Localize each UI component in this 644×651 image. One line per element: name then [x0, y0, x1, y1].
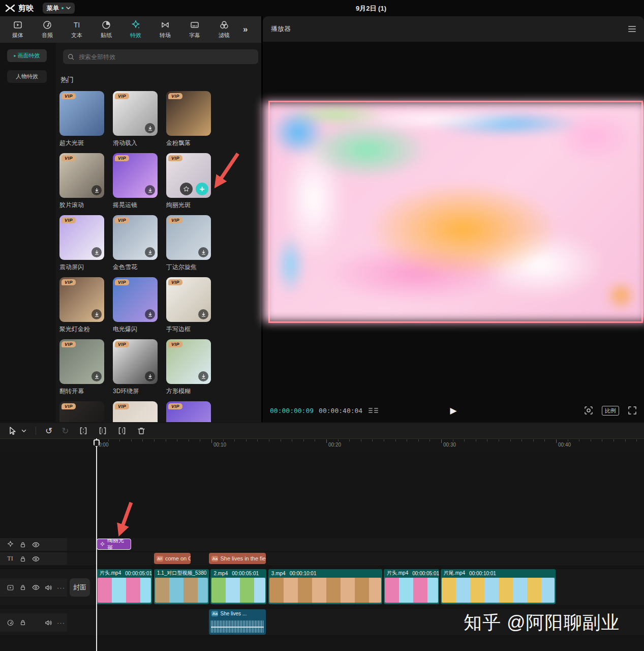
search-bar[interactable] [63, 49, 258, 64]
effect-card[interactable]: VIP金粉飘落 [166, 91, 211, 147]
tab-sticker[interactable]: 贴纸 [91, 17, 121, 42]
more-tabs-button[interactable]: » [243, 24, 248, 35]
ruler-tick [200, 439, 200, 441]
effect-card[interactable]: VIP摇晃运镜 [113, 153, 158, 210]
video-clip[interactable]: 3.mp400:00:10:01 [268, 569, 382, 604]
preview-frame[interactable] [268, 101, 643, 323]
text-clip-icon: Aa [211, 556, 218, 561]
effect-clip[interactable]: 绚丽光斑 [97, 539, 131, 550]
audio-clip[interactable]: AaShe lives ... [209, 609, 266, 635]
focus-icon[interactable] [584, 406, 593, 415]
hamburger-icon[interactable] [628, 26, 636, 32]
redo-button[interactable]: ↻ [62, 427, 69, 435]
video-clip-header: 片头.mp400:00:05:01 [97, 569, 152, 577]
effect-card[interactable]: VIP胶片滚动 [59, 153, 104, 210]
effect-card[interactable]: VIP丁达尔旋焦 [166, 215, 211, 272]
video-clip-duration: 00:00:05:01 [412, 571, 439, 576]
ruler-tick [315, 439, 315, 441]
tab-transition[interactable]: 转场 [150, 17, 180, 42]
video-clip[interactable]: 2.mp400:00:05:01 [210, 569, 266, 604]
delete-icon[interactable] [136, 426, 146, 436]
tab-media[interactable]: 媒体 [3, 17, 33, 42]
video-clip-duration: 00:00:05:01 [125, 571, 152, 576]
effect-card[interactable]: VIP金色雪花 [113, 215, 158, 272]
ruler-tick [384, 439, 384, 441]
download-icon[interactable] [91, 247, 102, 257]
effect-thumbnail: VIP [166, 91, 211, 136]
video-clip[interactable]: 片头.mp400:00:05:01 [97, 569, 152, 604]
add-effect-button[interactable]: + [196, 183, 208, 195]
vip-badge: VIP [62, 403, 76, 409]
download-icon[interactable] [145, 247, 155, 257]
effect-card[interactable]: VIP翻转开幕 [59, 339, 104, 396]
tab-effects[interactable]: 特效 [121, 17, 150, 42]
logo-icon [5, 4, 15, 12]
download-icon[interactable] [198, 309, 208, 319]
download-icon[interactable] [198, 371, 208, 381]
effect-thumbnail: VIP [113, 215, 158, 260]
text-clip[interactable]: A≡come on C [154, 553, 191, 564]
effect-card[interactable]: VIP聚光灯金粉 [59, 277, 104, 334]
playhead[interactable] [96, 438, 97, 651]
video-clip[interactable]: 片头.mp400:00:05:01 [384, 569, 439, 604]
ruler-tick [349, 439, 350, 441]
download-icon[interactable] [198, 247, 208, 257]
download-icon[interactable] [145, 123, 155, 133]
effect-card[interactable]: VIP3D环绕屏 [113, 339, 158, 396]
download-icon[interactable] [91, 309, 102, 319]
category-screen-effects[interactable]: ▸ 画面特效 [7, 49, 47, 62]
split-right-icon[interactable] [117, 426, 127, 436]
download-icon[interactable] [91, 371, 102, 381]
effect-thumbnail: VIP [59, 153, 104, 198]
video-clip-header: 2.mp400:00:05:01 [210, 569, 266, 577]
text-clip[interactable]: AaShe lives in the fiel [209, 553, 266, 564]
split-left-icon[interactable] [98, 426, 108, 436]
download-icon[interactable] [91, 185, 102, 195]
chevron-down-icon[interactable] [21, 429, 26, 433]
effect-name: 3D环绕屏 [113, 387, 158, 396]
ruler-tick [361, 439, 361, 441]
download-icon[interactable] [145, 185, 155, 195]
ruler-tick [108, 439, 109, 441]
tab-text[interactable]: TI 文本 [62, 17, 91, 42]
effect-card[interactable]: VIP震动屏闪 [59, 215, 104, 272]
effect-card[interactable]: VIP手写边框 [166, 277, 211, 334]
effect-thumbnail: VIP [59, 91, 104, 136]
vip-badge: VIP [168, 155, 182, 161]
effect-card[interactable]: VIP [113, 401, 158, 422]
ruler-tick [556, 439, 557, 443]
effect-name: 金粉飘落 [166, 139, 211, 147]
download-icon[interactable] [145, 309, 155, 319]
tab-filter[interactable]: 滤镜 [209, 17, 239, 42]
menu-button[interactable]: 菜单 [43, 3, 75, 14]
effect-card[interactable]: VIP+绚丽光斑 [166, 153, 211, 210]
ruler-tick [119, 439, 120, 441]
video-clip-name: 2.mp4 [213, 571, 228, 576]
video-clip[interactable]: 1.1_对口型视频_5380 [154, 569, 209, 604]
tab-subtitle[interactable]: 字幕 [180, 17, 209, 42]
fullscreen-icon[interactable] [628, 406, 637, 415]
effect-card[interactable]: VIP方形模糊 [166, 339, 211, 396]
vip-badge: VIP [115, 217, 129, 223]
ruler-tick [591, 439, 591, 441]
effect-clip-label: 绚丽光斑 [107, 539, 128, 550]
ratio-button[interactable]: 比例 [602, 406, 619, 416]
effect-card[interactable]: VIP [59, 401, 104, 422]
effect-card[interactable]: VIP滑动载入 [113, 91, 158, 147]
split-icon[interactable] [78, 426, 88, 436]
effect-card[interactable]: VIP电光爆闪 [113, 277, 158, 334]
play-button[interactable]: ▶ [450, 405, 456, 416]
undo-button[interactable]: ↺ [45, 427, 52, 435]
ruler-label: 00:40 [558, 442, 571, 448]
category-person-effects[interactable]: 人物特效 [7, 70, 47, 83]
effect-card[interactable]: VIP超大光斑 [59, 91, 104, 147]
video-clip[interactable]: 片尾.mp400:00:10:01 [441, 569, 556, 604]
search-input[interactable] [78, 53, 254, 61]
frame-grid-icon[interactable] [369, 408, 378, 413]
favorite-button[interactable] [180, 183, 193, 195]
download-icon[interactable] [145, 371, 155, 381]
effects-list-area[interactable]: 热门 VIP超大光斑VIP滑动载入VIP金粉飘落VIP胶片滚动VIP摇晃运镜VI… [59, 75, 258, 422]
effect-card[interactable]: VIP [166, 401, 211, 422]
select-tool-icon[interactable] [7, 426, 17, 436]
tab-audio[interactable]: 音频 [33, 17, 62, 42]
